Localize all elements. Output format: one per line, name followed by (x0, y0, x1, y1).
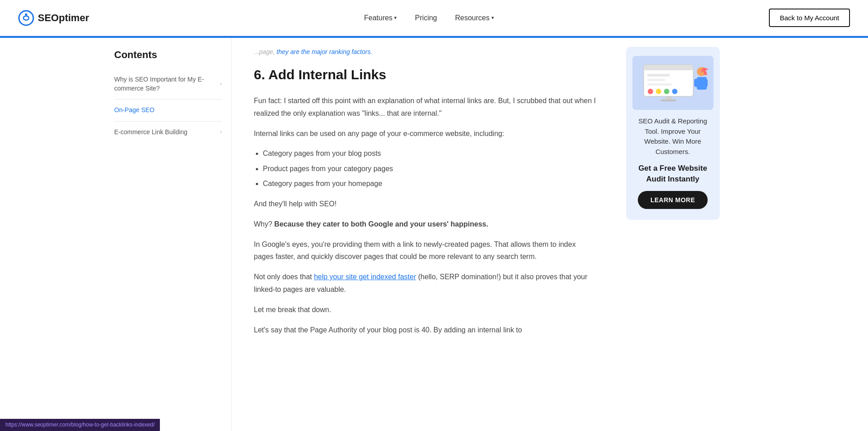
header: SEOptimer Features ▾ Pricing Resources ▾… (0, 0, 868, 36)
cta-description: SEO Audit & Reporting Tool. Improve Your… (633, 116, 713, 157)
chevron-right-icon-2: › (220, 128, 222, 136)
right-panel: SEO Audit & Reporting Tool. Improve Your… (619, 38, 727, 431)
svg-rect-15 (694, 79, 699, 87)
chevron-down-icon-resources: ▾ (491, 14, 494, 22)
learn-more-button[interactable]: LEARN MORE (638, 191, 708, 209)
sidebar-divider-1 (114, 99, 222, 100)
nav-resources[interactable]: Resources ▾ (455, 12, 494, 24)
nav-pricing[interactable]: Pricing (415, 12, 437, 24)
list-item: Category pages from your homepage (263, 178, 596, 190)
svg-point-8 (656, 89, 661, 94)
sidebar-divider-2 (114, 121, 222, 122)
svg-point-10 (672, 89, 677, 94)
back-to-account-button[interactable]: Back to My Account (769, 9, 850, 27)
svg-rect-11 (665, 96, 672, 100)
paragraph-google: In Google's eyes, you're providing them … (254, 238, 596, 263)
svg-point-7 (648, 89, 653, 94)
logo-area[interactable]: SEOptimer (18, 10, 89, 26)
logo-icon (18, 10, 34, 26)
list-item: Category pages from your blog posts (263, 148, 596, 159)
section-heading: 6. Add Internal Links (254, 64, 596, 86)
svg-point-1 (25, 13, 27, 15)
chevron-right-icon: › (220, 80, 222, 88)
svg-rect-16 (703, 79, 708, 87)
sidebar-item-why-seo[interactable]: Why is SEO Important for My E-commerce S… (114, 71, 222, 97)
nav-features[interactable]: Features ▾ (364, 12, 397, 24)
bullet-list: Category pages from your blog posts Prod… (263, 148, 596, 190)
sidebar-item-link-building[interactable]: E-commerce Link Building › (114, 123, 222, 141)
list-item: Product pages from your category pages (263, 163, 596, 175)
cta-card: SEO Audit & Reporting Tool. Improve Your… (626, 47, 720, 220)
page-layout: Contents Why is SEO Important for My E-c… (96, 38, 772, 431)
paragraph-not-only: Not only does that help your site get in… (254, 271, 596, 295)
paragraph-lets-say: Let's say that the Page Authority of you… (254, 324, 596, 336)
sidebar-item-on-page-seo[interactable]: On-Page SEO (114, 101, 222, 119)
paragraph-1: Fun fact: I started off this point with … (254, 95, 596, 119)
cta-headline: Get a Free Website Audit Instantly (633, 163, 713, 185)
cta-illustration (632, 56, 713, 110)
paragraph-break: Let me break that down. (254, 304, 596, 316)
main-content: ...page, they are the major ranking fact… (232, 38, 619, 431)
paragraph-2: Internal links can be used on any page o… (254, 127, 596, 140)
svg-point-0 (19, 11, 33, 25)
svg-point-9 (664, 89, 669, 94)
faded-link[interactable]: they are the major ranking factors. (277, 48, 372, 55)
status-bar: https://www.seoptimer.com/blog/how-to-ge… (0, 419, 160, 431)
sidebar-title: Contents (114, 47, 222, 63)
indexed-faster-link[interactable]: help your site get indexed faster (314, 273, 416, 281)
chevron-down-icon: ▾ (394, 14, 397, 22)
svg-rect-6 (647, 83, 672, 86)
svg-rect-12 (661, 100, 676, 101)
paragraph-after-bullets: And they'll help with SEO! (254, 198, 596, 210)
svg-rect-4 (647, 74, 670, 77)
main-nav: Features ▾ Pricing Resources ▾ (364, 12, 494, 24)
paragraph-why: Why? Because they cater to both Google a… (254, 218, 596, 230)
svg-rect-5 (647, 79, 665, 81)
logo-text: SEOptimer (38, 10, 89, 26)
svg-rect-3 (644, 65, 693, 70)
sidebar: Contents Why is SEO Important for My E-c… (105, 38, 232, 431)
status-url: https://www.seoptimer.com/blog/how-to-ge… (5, 422, 155, 428)
faded-top-text: ...page, they are the major ranking fact… (254, 47, 596, 57)
